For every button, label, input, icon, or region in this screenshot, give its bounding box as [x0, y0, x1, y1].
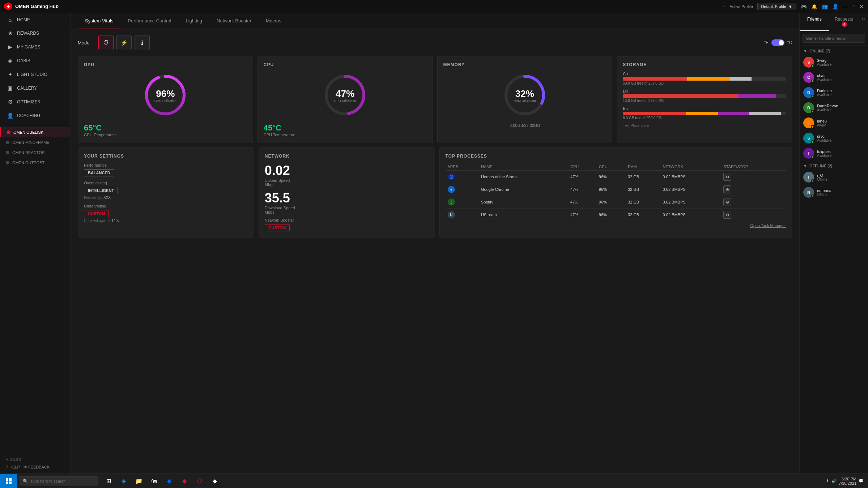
app-title: OMEN Gaming Hub — [15, 4, 59, 9]
app-name: UStream — [479, 209, 527, 221]
gpu-temp-label: GPU Temperature — [84, 133, 247, 137]
device-inactive-icon — [6, 141, 9, 144]
title-bar: ◆ OMEN Gaming Hub ⌂ Active Profile Defau… — [0, 0, 527, 13]
core-voltage-label: Core Voltage: — [84, 219, 106, 223]
sidebar-item-my-games[interactable]: ▶ MY GAMES — [0, 40, 70, 54]
sidebar-device-omen-outpost[interactable]: OMEN OUTPOST — [0, 158, 70, 168]
tab-lighting[interactable]: Lighting — [178, 13, 209, 29]
download-speed: 35.5 — [265, 191, 429, 206]
network-booster-value: CUSTOM — [265, 224, 290, 231]
sidebar-item-label: REWARDS — [17, 31, 39, 36]
overclocking-row: Overclocking INTELLIGENT Frequency: XXX — [84, 181, 248, 200]
undervolting-label: Undervolting — [84, 204, 248, 208]
performance-label: Performance — [84, 163, 248, 167]
app-icon-cell: U — [446, 209, 479, 221]
sidebar-item-oasis[interactable]: ◈ OASIS — [0, 54, 70, 68]
table-row: ● Google Chrome 47% 96% 32 GB 0.02 BMBPS… — [446, 183, 527, 196]
upload-speed: 0.02 — [265, 163, 429, 178]
app-name: Google Chrome — [479, 183, 527, 196]
gpu-temp: 65°C — [84, 123, 247, 133]
sidebar-item-label: OASIS — [17, 58, 30, 63]
gallery-icon: ▣ — [7, 85, 13, 91]
cpu-temp-label: CPU Temperature — [264, 133, 427, 137]
sidebar-item-rewards[interactable]: ★ REWARDS — [0, 26, 70, 40]
sidebar-item-label: HOME — [17, 17, 30, 22]
app-icon: U — [448, 211, 455, 218]
gpu-percent: 96% — [154, 89, 176, 98]
gpu-gauge-center: 96% GPU Utilization — [154, 89, 176, 103]
app-name: Spotify — [479, 196, 527, 209]
sidebar-device-omen-obelisk[interactable]: OMEN OBELISK — [0, 127, 70, 137]
coaching-icon: 👤 — [7, 112, 13, 119]
tab-macros[interactable]: Macros — [259, 13, 289, 29]
upload-unit: Mbps — [265, 183, 429, 187]
gpu-title: GPU — [84, 62, 247, 67]
gpu-utilization-label: GPU Utilization — [154, 99, 176, 103]
frequency-value: XXX — [103, 196, 111, 200]
sidebar-divider — [0, 125, 70, 125]
home-icon: ⌂ — [7, 17, 13, 23]
gpu-gauge: 96% GPU Utilization — [84, 72, 247, 120]
tab-performance-control[interactable]: Performance Control — [121, 13, 179, 29]
device-inactive-icon — [6, 161, 9, 164]
main-panel: System Vitals Performance Control Lighti… — [71, 13, 527, 295]
sidebar-device-omen-reactor[interactable]: OMEN REACTOR — [0, 147, 70, 158]
download-unit: Mbps — [265, 210, 429, 214]
sidebar-item-label: COACHING — [17, 113, 41, 118]
app-name: Heroes of the Storm — [479, 171, 527, 183]
cpu-gauge-wrap: 47% CPU Utilization — [322, 72, 369, 120]
sidebar-item-label: LIGHT STUDIO — [17, 72, 47, 77]
cpu-percent: 47% — [334, 89, 356, 98]
dashboard: Mode ⏱ ⚡ ℹ °F °C — [71, 29, 527, 295]
mode-label: Mode — [78, 40, 90, 46]
sidebar: ⌂ HOME ★ REWARDS ▶ MY GAMES ◈ OASIS ✦ LI… — [0, 13, 71, 295]
sidebar-item-coaching[interactable]: 👤 COACHING — [0, 109, 70, 123]
app-icon: 🌀 — [448, 173, 455, 180]
tabs-bar: System Vitals Performance Control Lighti… — [71, 13, 527, 29]
network-card: NETWORK 0.02 Upload Speed Mbps 35.5 Down — [259, 147, 435, 237]
cpu-card: CPU 47% CPU Utilization — [258, 56, 433, 143]
table-row: U UStream 47% 96% 32 GB 0.02 BMBPS ⊘ — [446, 209, 527, 221]
device-label: OMEN OBELISK — [13, 130, 43, 134]
sidebar-device-omen-mindframe[interactable]: OMEN MINDFRAME — [0, 137, 70, 147]
overclocking-badge: INTELLIGENT — [84, 187, 118, 194]
sidebar-item-home[interactable]: ⌂ HOME — [0, 13, 70, 26]
memory-gauge-wrap: 32% RAM Utilization — [501, 72, 527, 120]
device-label: OMEN OUTPOST — [12, 160, 44, 165]
tab-system-vitals[interactable]: System Vitals — [78, 13, 121, 29]
download-row: 35.5 Download Speed Mbps — [265, 191, 429, 214]
mode-icon-info[interactable]: ℹ — [135, 35, 150, 50]
mode-icon-performance[interactable]: ⏱ — [98, 35, 114, 50]
cpu-title: CPU — [264, 62, 427, 67]
memory-percent: 32% — [514, 89, 527, 98]
overclocking-label: Overclocking — [84, 181, 248, 185]
mode-icons: ⏱ ⚡ ℹ — [98, 35, 150, 50]
games-icon: ▶ — [7, 44, 13, 50]
process-table: APPS NAME CPU GPU RAM NETWORK START/STOP — [446, 163, 527, 221]
app-icon-cell: ♫ — [446, 196, 479, 209]
sidebar-item-optimizer[interactable]: ⚙ OPTIMIZER — [0, 95, 70, 109]
network-booster-label: Network Booster — [265, 218, 429, 222]
open-task-manager-link[interactable]: Open Task Manager — [446, 221, 527, 228]
core-voltage-value: -0.140v — [107, 219, 119, 223]
app-icon-cell: ● — [446, 183, 479, 196]
cpu-temp: 45°C — [264, 123, 427, 133]
settings-title: YOUR SETTINGS — [84, 154, 248, 159]
oasis-icon: ◈ — [7, 57, 13, 64]
sidebar-item-light-studio[interactable]: ✦ LIGHT STUDIO — [0, 68, 70, 81]
memory-gauge-center: 32% RAM Utilization — [514, 89, 527, 103]
memory-title: MEMORY — [443, 62, 527, 67]
sidebar-item-gallery[interactable]: ▣ GALLERY — [0, 81, 70, 95]
table-row: 🌀 Heroes of the Storm 47% 96% 32 GB 0.02… — [446, 171, 527, 183]
sidebar-item-label: GALLERY — [17, 86, 37, 91]
tab-network-booster[interactable]: Network Booster — [209, 13, 259, 29]
settings-card: YOUR SETTINGS Performance BALANCED Overc… — [78, 147, 254, 237]
performance-badge: BALANCED — [84, 169, 114, 176]
device-inactive-icon — [6, 151, 9, 154]
mode-icon-turbo[interactable]: ⚡ — [116, 35, 132, 50]
rewards-icon: ★ — [7, 30, 13, 37]
sidebar-item-label: MY GAMES — [17, 44, 40, 50]
network-title: NETWORK — [265, 154, 429, 159]
device-label: OMEN MINDFRAME — [12, 140, 50, 145]
cpu-gauge-center: 47% CPU Utilization — [334, 89, 356, 103]
